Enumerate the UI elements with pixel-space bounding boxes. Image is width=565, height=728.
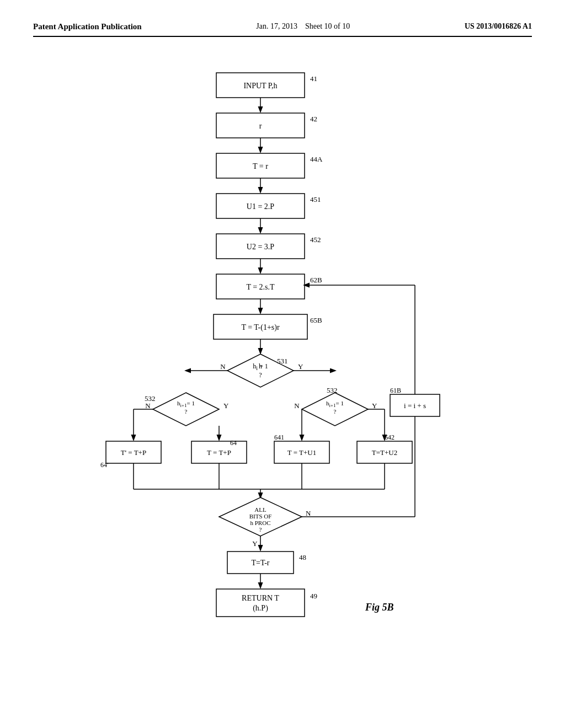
label-60-y: Y — [252, 539, 258, 548]
label-41: INPUT P,h — [243, 82, 277, 90]
label-60-q: ? — [259, 526, 262, 533]
label-62b: T = 2.s.T — [246, 283, 275, 291]
label-60-line1: ALL — [254, 506, 266, 513]
ref-64prime: 64' — [100, 461, 108, 469]
label-531-sub: hi = 1 — [253, 362, 268, 371]
label-532r-q: ? — [334, 408, 337, 415]
diagram-container: INPUT P,h 41 r 42 T = r 44A U1 = 2.P 451 — [33, 53, 532, 693]
label-532l-q: ? — [185, 408, 188, 415]
label-532r-y: Y — [372, 402, 377, 410]
ref-641: 641 — [274, 433, 284, 441]
ref-451: 451 — [310, 195, 321, 204]
label-64prime: T' = T+P — [121, 448, 146, 457]
label-532r-n: N — [294, 402, 300, 410]
ref-48: 48 — [299, 553, 306, 561]
ref-64: 64 — [230, 439, 237, 447]
label-49-line1: RETURN T — [242, 594, 279, 602]
label-42: r — [259, 122, 262, 130]
ref-531: 531 — [277, 357, 288, 365]
label-531-q: ? — [259, 371, 262, 379]
header-publication-type: Patent Application Publication — [33, 22, 142, 31]
label-452: U2 = 3.P — [247, 243, 275, 251]
label-64: T = T+P — [207, 448, 231, 457]
header-patent-number: US 2013/0016826 A1 — [465, 22, 532, 31]
label-532l-y: Y — [223, 402, 229, 410]
label-49-line2: (h.P) — [253, 604, 268, 613]
ref-62b: 62B — [310, 276, 322, 284]
ref-65b: 65B — [310, 316, 322, 324]
ref-41: 41 — [310, 74, 317, 83]
ref-452: 452 — [310, 235, 321, 244]
flowchart-svg: INPUT P,h 41 r 42 T = r 44A U1 = 2.P 451 — [89, 53, 476, 693]
ref-532r: 532 — [327, 386, 338, 394]
ref-44a: 44A — [310, 155, 323, 163]
label-44a: T = r — [253, 162, 268, 170]
label-531-y: Y — [298, 362, 303, 371]
page: Patent Application Publication Jan. 17, … — [0, 0, 565, 728]
ref-49: 49 — [310, 592, 317, 600]
label-451: U1 = 2.P — [247, 202, 275, 211]
label-532l-n: N — [145, 402, 151, 410]
fig-label: Fig 5B — [365, 602, 394, 613]
label-65b: T = T-(1+s)r — [241, 323, 280, 332]
ref-61b: 61B — [390, 387, 401, 394]
page-header: Patent Application Publication Jan. 17, … — [33, 22, 532, 37]
header-date-sheet: Jan. 17, 2013 Sheet 10 of 10 — [256, 22, 350, 31]
label-60-line2: BITS OF — [249, 513, 272, 520]
ref-42: 42 — [310, 115, 317, 123]
label-61b: i = i + s — [404, 402, 426, 410]
node-49 — [216, 589, 305, 617]
label-60-n: N — [306, 509, 311, 517]
ref-642: 642 — [385, 433, 395, 441]
label-60-line3: h PROC — [250, 520, 271, 526]
label-642: T=T+U2 — [372, 448, 397, 457]
label-531-n: N — [220, 362, 226, 371]
label-641: T = T+U1 — [287, 448, 316, 457]
label-48: T=T-r — [251, 559, 269, 567]
